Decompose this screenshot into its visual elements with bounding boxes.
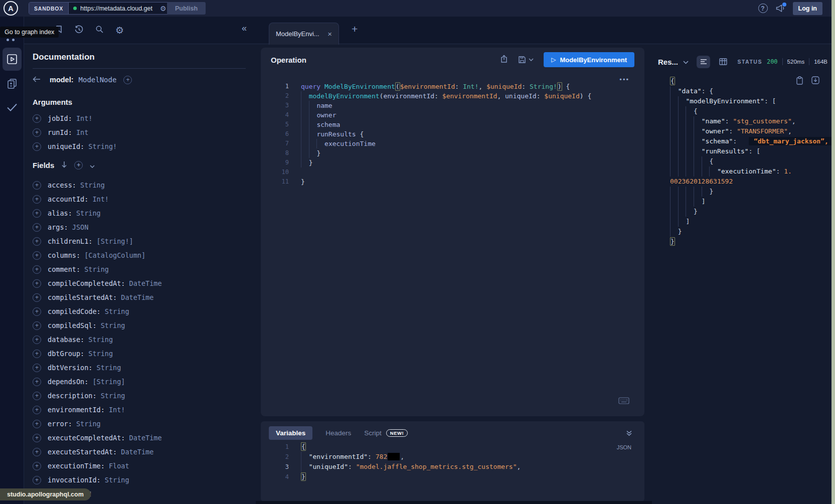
field-row[interactable]: +columns: [CatalogColumn] [33, 248, 246, 262]
field-row[interactable]: +invocationId: String [33, 473, 246, 487]
add-to-query-icon[interactable]: + [33, 434, 41, 442]
endpoint-url-input[interactable]: https://metadata.cloud.get ⚙ [69, 3, 174, 14]
copy-response-icon[interactable] [796, 76, 803, 86]
add-to-query-icon[interactable]: + [33, 293, 41, 302]
code-line[interactable]: ] [658, 197, 827, 207]
add-all-fields-icon[interactable]: + [123, 76, 132, 84]
add-to-query-icon[interactable]: + [33, 307, 41, 316]
add-to-query-icon[interactable]: + [33, 114, 41, 123]
add-to-query-icon[interactable]: + [33, 406, 41, 414]
add-to-query-icon[interactable]: + [33, 128, 41, 137]
code-line[interactable]: { [658, 156, 827, 166]
add-to-query-icon[interactable]: + [33, 251, 41, 260]
code-line[interactable]: 6runResults { [261, 129, 644, 139]
connection-settings-gear-icon[interactable]: ⚙ [160, 5, 166, 12]
add-to-query-icon[interactable]: + [33, 321, 41, 330]
field-row[interactable]: +compileStartedAt: DateTime [33, 290, 246, 304]
code-line[interactable]: { [658, 106, 827, 116]
field-row[interactable]: +executionTime: Float [33, 459, 246, 473]
field-row[interactable]: +dependsOn: [String] [33, 375, 246, 389]
argument-row[interactable]: +jobId: Int! [33, 111, 246, 125]
code-line[interactable]: 0023620128631592 [658, 177, 827, 187]
code-line[interactable]: 1{ [261, 442, 644, 452]
argument-row[interactable]: +runId: Int [33, 125, 246, 139]
field-row[interactable]: +args: JSON [33, 220, 246, 234]
tab-close-icon[interactable]: × [327, 30, 332, 38]
fields-chevron-icon[interactable] [90, 161, 95, 170]
settings-gear-icon[interactable]: ⚙ [115, 26, 124, 35]
variables-editor[interactable]: 1{2"environmentId": 782,3"uniqueId": "mo… [261, 440, 644, 482]
argument-row[interactable]: +uniqueId: String! [33, 139, 246, 153]
add-to-query-icon[interactable]: + [33, 265, 41, 274]
model-type-link[interactable]: ModelNode [79, 76, 117, 84]
collapse-sidebar-icon[interactable]: « [242, 24, 247, 33]
graph-index-dots-icon[interactable] [7, 39, 15, 41]
add-to-query-icon[interactable]: + [33, 364, 41, 372]
add-to-query-icon[interactable]: + [33, 392, 41, 400]
tab-variables[interactable]: Variables [269, 426, 312, 440]
code-line[interactable]: "data": { [658, 86, 827, 96]
field-row[interactable]: +materializedType: String [33, 501, 246, 504]
sort-fields-icon[interactable] [61, 161, 67, 170]
sidebar-schema-button[interactable] [7, 78, 18, 92]
field-row[interactable]: +dbtVersion: String [33, 361, 246, 375]
add-to-query-icon[interactable]: + [33, 420, 41, 428]
code-line[interactable]: 4} [261, 472, 644, 482]
code-line[interactable]: "runResults": [ [658, 146, 827, 156]
keyboard-shortcuts-icon[interactable] [618, 397, 629, 406]
field-row[interactable]: +comment: String [33, 262, 246, 276]
add-fields-icon[interactable]: + [74, 161, 83, 170]
field-row[interactable]: +description: String [33, 389, 246, 403]
tab-headers[interactable]: Headers [325, 429, 351, 437]
code-line[interactable]: 3name [261, 101, 644, 110]
code-line[interactable]: } [658, 237, 827, 247]
code-line[interactable]: "owner": "TRANSFORMER", [658, 126, 827, 136]
field-row[interactable]: +database: String [33, 332, 246, 347]
field-row[interactable]: +accountId: Int! [33, 192, 246, 206]
download-response-icon[interactable] [811, 76, 819, 86]
code-line[interactable]: } [658, 207, 827, 217]
table-view-icon[interactable] [719, 58, 727, 65]
add-to-query-icon[interactable]: + [33, 335, 41, 344]
sidebar-explorer-button[interactable] [3, 48, 22, 71]
response-chevron-icon[interactable] [683, 57, 689, 66]
code-line[interactable]: "schema": “dbt_mary_jackson”, [658, 136, 827, 146]
code-line[interactable]: ] [658, 217, 827, 227]
new-tab-button[interactable]: + [352, 24, 358, 34]
field-row[interactable]: +compileCompletedAt: DateTime [33, 276, 246, 290]
tab-script[interactable]: Script NEW! [364, 429, 408, 437]
add-to-query-icon[interactable]: + [33, 209, 41, 218]
apollo-logo[interactable]: A [4, 1, 18, 16]
collapse-panel-icon[interactable] [626, 429, 632, 438]
add-to-query-icon[interactable]: + [33, 223, 41, 232]
add-to-query-icon[interactable]: + [33, 378, 41, 386]
back-icon[interactable] [33, 75, 41, 84]
code-line[interactable]: "modelByEnvironment": [ [658, 96, 827, 106]
code-line[interactable]: 5schema [261, 120, 644, 129]
save-control[interactable] [518, 56, 534, 64]
field-row[interactable]: +compiledSql: String [33, 318, 246, 332]
code-line[interactable]: 4owner [261, 110, 644, 120]
field-row[interactable]: +error: String [33, 417, 246, 431]
operation-editor[interactable]: 1query ModelByEnvironment($environmentId… [261, 72, 644, 187]
code-line[interactable]: 2"environmentId": 782, [261, 452, 644, 462]
add-to-query-icon[interactable]: + [33, 237, 41, 246]
sidebar-checks-button[interactable] [6, 102, 19, 114]
field-row[interactable]: +access: String [33, 178, 246, 192]
add-to-query-icon[interactable]: + [33, 462, 41, 470]
code-line[interactable]: "executionTime": 1. [658, 166, 827, 177]
code-line[interactable]: 1query ModelByEnvironment($environmentId… [261, 82, 644, 91]
announcements-megaphone-icon[interactable] [775, 4, 785, 13]
share-icon[interactable] [500, 55, 508, 65]
field-row[interactable]: +dbtGroup: String [33, 347, 246, 361]
login-button[interactable]: Log in [793, 2, 823, 15]
code-line[interactable]: 9} [261, 158, 644, 167]
code-line[interactable]: 8} [261, 148, 644, 158]
code-line[interactable]: } [658, 187, 827, 197]
code-line[interactable]: 3"uniqueId": "model.jaffle_shop_metrics.… [261, 462, 644, 472]
add-to-query-icon[interactable]: + [33, 279, 41, 288]
code-line[interactable]: 11} [261, 177, 644, 187]
field-row[interactable]: +compiledCode: String [33, 304, 246, 318]
add-to-query-icon[interactable]: + [33, 195, 41, 204]
field-row[interactable]: +childrenL1: [String!] [33, 234, 246, 248]
